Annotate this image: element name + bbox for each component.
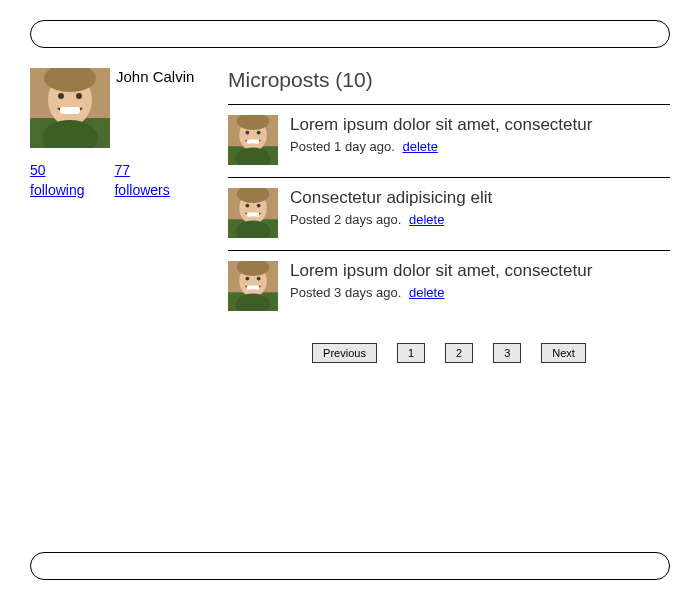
followers-stat: 77 followers (114, 162, 169, 198)
svg-point-4 (58, 93, 64, 99)
svg-point-13 (257, 131, 261, 135)
post-body: Lorem ipsum dolor sit amet, consectetur … (290, 115, 670, 165)
svg-point-28 (246, 277, 250, 281)
bottom-bar (30, 552, 670, 580)
delete-link[interactable]: delete (402, 139, 437, 154)
post-avatar (228, 261, 278, 311)
post-timestamp: Posted 3 days ago. (290, 285, 401, 300)
svg-point-20 (246, 204, 250, 208)
svg-rect-6 (60, 107, 80, 114)
next-button[interactable]: Next (541, 343, 586, 363)
main-area: Microposts (10) Lorem ipsum dolor sit am… (228, 68, 670, 363)
micropost: Consectetur adipisicing elit Posted 2 da… (228, 177, 670, 250)
post-timestamp: Posted 2 days ago. (290, 212, 401, 227)
previous-button[interactable]: Previous (312, 343, 377, 363)
delete-link[interactable]: delete (409, 212, 444, 227)
svg-point-12 (246, 131, 250, 135)
svg-point-29 (257, 277, 261, 281)
post-timestamp: Posted 1 day ago. (290, 139, 395, 154)
top-bar (30, 20, 670, 48)
post-text: Lorem ipsum dolor sit amet, consectetur (290, 261, 670, 281)
pagination: Previous 1 2 3 Next (228, 343, 670, 363)
page-button-3[interactable]: 3 (493, 343, 521, 363)
page-button-1[interactable]: 1 (397, 343, 425, 363)
post-meta: Posted 2 days ago. delete (290, 212, 670, 227)
following-count-link[interactable]: 50 (30, 162, 84, 178)
following-label-link[interactable]: following (30, 182, 84, 198)
post-text: Lorem ipsum dolor sit amet, consectetur (290, 115, 670, 135)
stats: 50 following 77 followers (30, 162, 210, 198)
page-button-2[interactable]: 2 (445, 343, 473, 363)
content-area: John Calvin 50 following 77 followers Mi… (30, 68, 670, 363)
micropost: Lorem ipsum dolor sit amet, consectetur … (228, 250, 670, 323)
microposts-title: Microposts (10) (228, 68, 670, 92)
post-body: Lorem ipsum dolor sit amet, consectetur … (290, 261, 670, 311)
profile-header: John Calvin (30, 68, 210, 148)
sidebar: John Calvin 50 following 77 followers (30, 68, 210, 363)
followers-label-link[interactable]: followers (114, 182, 169, 198)
post-meta: Posted 3 days ago. delete (290, 285, 670, 300)
profile-name: John Calvin (116, 68, 194, 148)
svg-rect-30 (247, 285, 260, 289)
following-stat: 50 following (30, 162, 84, 198)
micropost: Lorem ipsum dolor sit amet, consectetur … (228, 104, 670, 177)
profile-avatar (30, 68, 110, 148)
post-avatar (228, 115, 278, 165)
post-body: Consectetur adipisicing elit Posted 2 da… (290, 188, 670, 238)
post-meta: Posted 1 day ago. delete (290, 139, 670, 154)
svg-rect-22 (247, 212, 260, 216)
followers-count-link[interactable]: 77 (114, 162, 169, 178)
post-avatar (228, 188, 278, 238)
svg-point-21 (257, 204, 261, 208)
svg-rect-14 (247, 139, 260, 143)
delete-link[interactable]: delete (409, 285, 444, 300)
post-text: Consectetur adipisicing elit (290, 188, 670, 208)
svg-point-5 (76, 93, 82, 99)
